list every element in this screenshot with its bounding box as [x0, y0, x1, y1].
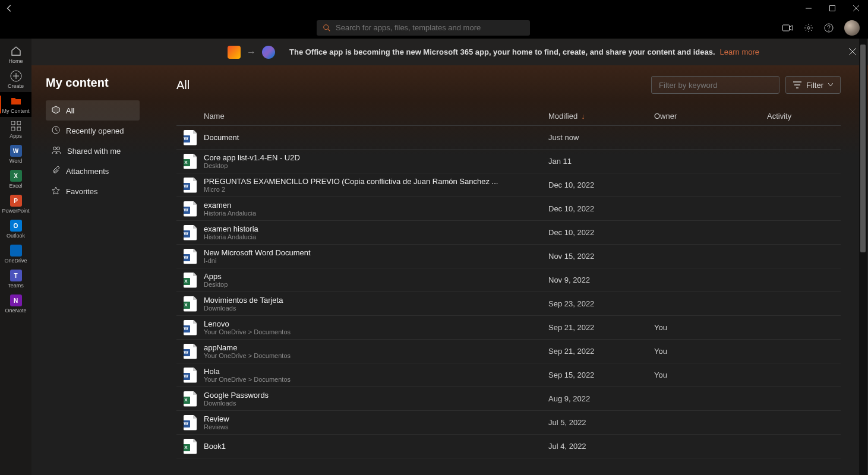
help-button[interactable]	[824, 23, 834, 33]
table-row[interactable]: XBook1Jul 4, 2022	[176, 435, 841, 458]
sidebar-item-attachments[interactable]: Attachments	[46, 161, 140, 181]
create-icon	[10, 70, 22, 82]
maximize-icon	[829, 5, 835, 11]
file-name: PREGUNTAS EXAMENCILLO PREVIO (Copia conf…	[204, 177, 548, 186]
sidebar-item-label: Shared with me	[67, 147, 121, 156]
learn-more-link[interactable]: Learn more	[720, 48, 759, 56]
sidebar-item-label: Recently opened	[66, 126, 124, 135]
video-icon	[782, 24, 793, 32]
table-row[interactable]: WLenovoYour OneDrive > DocumentosSep 21,…	[176, 316, 841, 340]
settings-button[interactable]	[804, 23, 813, 33]
table-row[interactable]: WReviewReviewsJul 5, 2022	[176, 411, 841, 435]
file-icon: W	[184, 249, 197, 264]
file-modified: Dec 10, 2022	[548, 204, 654, 213]
filter-button[interactable]: Filter	[785, 76, 841, 94]
table-row[interactable]: WNew Microsoft Word DocumentI-dniNov 15,…	[176, 245, 841, 268]
powerpoint-icon: P	[10, 195, 22, 207]
table-row[interactable]: XAppsDesktopNov 9, 2022	[176, 268, 841, 292]
all-icon	[52, 106, 60, 116]
rail-label: Excel	[9, 183, 22, 189]
column-name[interactable]: Name	[204, 112, 548, 121]
rail-mycontent[interactable]: My Content	[0, 92, 31, 117]
table-row[interactable]: WHolaYour OneDrive > DocumentosSep 15, 2…	[176, 363, 841, 387]
table-header: Name Modified ↓ Owner Activity	[176, 107, 841, 126]
search-box[interactable]	[317, 20, 530, 36]
file-icon: W	[184, 368, 197, 383]
svg-rect-8	[17, 121, 21, 125]
file-modified: Sep 15, 2022	[548, 370, 654, 379]
rail-excel[interactable]: XExcel	[0, 167, 31, 192]
table-row[interactable]: Wexamen historiaHistoria AndaluciaDec 10…	[176, 221, 841, 245]
sidebar-title: My content	[46, 76, 140, 90]
rail-label: Apps	[10, 133, 22, 139]
rail-label: Create	[8, 83, 24, 89]
rail-powerpoint[interactable]: PPowerPoint	[0, 192, 31, 217]
arrow-right-icon: →	[247, 47, 256, 58]
file-modified: Nov 9, 2022	[548, 276, 654, 284]
file-modified: Nov 15, 2022	[548, 252, 654, 261]
sidebar-item-recent[interactable]: Recently opened	[46, 121, 140, 141]
avatar[interactable]	[844, 20, 860, 36]
file-name: Document	[204, 133, 548, 142]
sidebar-item-shared[interactable]: Shared with me	[46, 141, 140, 161]
filter-input[interactable]	[651, 76, 779, 94]
sidebar-item-favorites[interactable]: Favorites	[46, 181, 140, 201]
file-name: Book1	[204, 442, 548, 451]
file-path: Historia Andalucia	[204, 233, 548, 240]
banner-text: The Office app is becoming the new Micro…	[289, 48, 715, 56]
rail-create[interactable]: Create	[0, 67, 31, 92]
table-row[interactable]: XCore app list-v1.4-EN - U2DDesktopJan 1…	[176, 150, 841, 173]
file-name: Core app list-v1.4-EN - U2D	[204, 153, 548, 162]
banner-close-button[interactable]	[849, 47, 856, 58]
scrollbar[interactable]	[859, 39, 867, 475]
gear-icon	[804, 23, 813, 33]
table-row[interactable]: XMovimientos de TarjetaDownloadsSep 23, …	[176, 292, 841, 316]
file-name: Hola	[204, 367, 548, 376]
file-icon: W	[184, 320, 197, 335]
sidebar: My content AllRecently openedShared with…	[31, 65, 147, 475]
file-modified: Jul 5, 2022	[548, 418, 654, 427]
sidebar-item-label: Attachments	[66, 167, 109, 176]
help-icon	[824, 23, 834, 33]
maximize-button[interactable]	[820, 0, 844, 17]
attachments-icon	[52, 166, 60, 176]
rail-home[interactable]: Home	[0, 42, 31, 67]
word-icon: W	[10, 145, 22, 157]
file-icon: W	[184, 130, 197, 145]
table-row[interactable]: XGoogle PasswordsDownloadsAug 9, 2022	[176, 387, 841, 411]
sidebar-item-all[interactable]: All	[46, 100, 140, 121]
table-row[interactable]: WPREGUNTAS EXAMENCILLO PREVIO (Copia con…	[176, 173, 841, 197]
titlebar	[0, 0, 868, 17]
rail-teams[interactable]: TTeams	[0, 267, 31, 292]
file-name: appName	[204, 343, 548, 352]
rail-apps[interactable]: Apps	[0, 117, 31, 142]
file-name: Movimientos de Tarjeta	[204, 296, 548, 305]
table-row[interactable]: WappNameYour OneDrive > DocumentosSep 21…	[176, 340, 841, 363]
rail-word[interactable]: WWord	[0, 142, 31, 167]
file-name: Review	[204, 414, 548, 423]
file-path: Downloads	[204, 400, 548, 407]
file-path: I-dni	[204, 257, 548, 264]
minimize-button[interactable]	[797, 0, 820, 17]
table-row[interactable]: WDocumentJust now	[176, 126, 841, 150]
meet-now-button[interactable]	[782, 24, 793, 32]
back-button[interactable]	[0, 4, 19, 12]
rail-onedrive[interactable]: OneDrive	[0, 242, 31, 267]
svg-point-1	[324, 24, 329, 29]
onedrive-icon	[10, 245, 22, 256]
sidebar-item-label: All	[66, 106, 74, 115]
column-activity[interactable]: Activity	[767, 112, 841, 121]
search-input[interactable]	[336, 23, 524, 32]
file-name: Lenovo	[204, 319, 548, 328]
column-modified[interactable]: Modified ↓	[548, 112, 654, 121]
close-window-button[interactable]	[844, 0, 868, 17]
chevron-down-icon	[828, 83, 833, 87]
file-icon: X	[184, 439, 197, 454]
column-owner[interactable]: Owner	[654, 112, 767, 121]
table-row[interactable]: WexamenHistoria AndaluciaDec 10, 2022	[176, 197, 841, 221]
file-path: Desktop	[204, 281, 548, 288]
rail-outlook[interactable]: OOutlook	[0, 217, 31, 242]
scrollbar-thumb[interactable]	[860, 45, 866, 252]
file-icon: X	[184, 273, 197, 288]
rail-onenote[interactable]: NOneNote	[0, 292, 31, 316]
